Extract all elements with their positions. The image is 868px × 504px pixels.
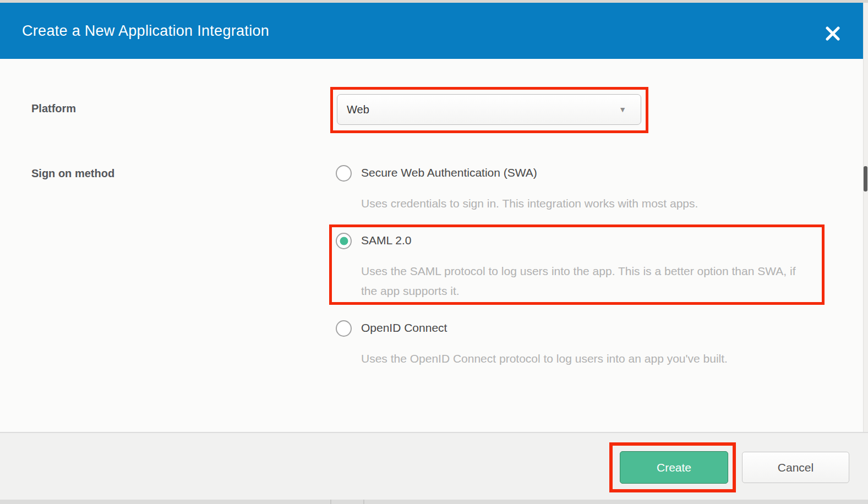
platform-select[interactable]: Web ▼ <box>337 94 641 125</box>
option-openid-description: Uses the OpenID Connect protocol to log … <box>361 349 812 369</box>
option-saml-label[interactable]: SAML 2.0 <box>361 234 411 247</box>
modal-footer <box>0 432 868 500</box>
scrollbar-thumb[interactable] <box>864 166 867 191</box>
cancel-button[interactable]: Cancel <box>742 452 849 483</box>
radio-saml-selected[interactable] <box>336 233 352 249</box>
option-swa-description: Uses credentials to sign in. This integr… <box>361 194 812 213</box>
chevron-down-icon: ▼ <box>619 105 626 114</box>
background-divider <box>330 500 331 504</box>
modal-header: Create a New Application Integration <box>0 3 868 59</box>
radio-swa[interactable] <box>336 165 352 182</box>
option-saml-description: Uses the SAML protocol to log users into… <box>361 261 812 301</box>
modal-title: Create a New Application Integration <box>22 23 269 40</box>
sign-on-method-label: Sign on method <box>31 167 114 180</box>
create-application-integration-modal: Create a New Application Integration Pla… <box>0 0 868 504</box>
close-button[interactable] <box>822 24 844 46</box>
platform-label: Platform <box>31 102 76 115</box>
page-background-bottom-strip <box>0 500 868 504</box>
background-divider <box>363 500 364 504</box>
scrollbar-track[interactable] <box>863 3 868 500</box>
x-close-icon <box>824 25 842 45</box>
option-openid-label[interactable]: OpenID Connect <box>361 321 447 335</box>
option-swa-label[interactable]: Secure Web Authentication (SWA) <box>361 166 537 179</box>
create-button[interactable]: Create <box>620 451 728 484</box>
platform-select-value: Web <box>347 103 369 116</box>
radio-openid[interactable] <box>336 320 352 337</box>
